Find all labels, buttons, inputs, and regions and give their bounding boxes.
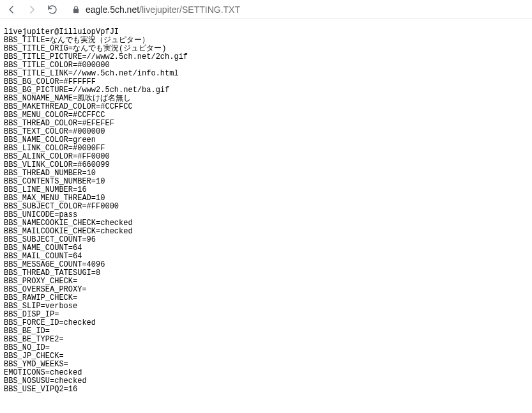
address-bar[interactable]: eagle.5ch.net/livejupiter/SETTING.TXT [65, 4, 528, 15]
url-text: eagle.5ch.net/livejupiter/SETTING.TXT [86, 4, 240, 15]
forward-button[interactable] [24, 2, 40, 17]
url-path: /livejupiter/SETTING.TXT [139, 4, 240, 15]
browser-toolbar: eagle.5ch.net/livejupiter/SETTING.TXT [0, 0, 532, 19]
arrow-right-icon [26, 4, 38, 15]
setting-text: livejupiter@IilluiopVpfJI BBS_TITLE=なんでも… [4, 28, 528, 394]
back-button[interactable] [4, 2, 19, 17]
reload-button[interactable] [45, 2, 60, 17]
lock-icon [72, 5, 80, 14]
url-host: eagle.5ch.net [86, 4, 139, 15]
page-viewport: livejupiter@IilluiopVpfJI BBS_TITLE=なんでも… [0, 19, 532, 403]
arrow-left-icon [6, 4, 17, 15]
reload-icon [47, 4, 58, 15]
